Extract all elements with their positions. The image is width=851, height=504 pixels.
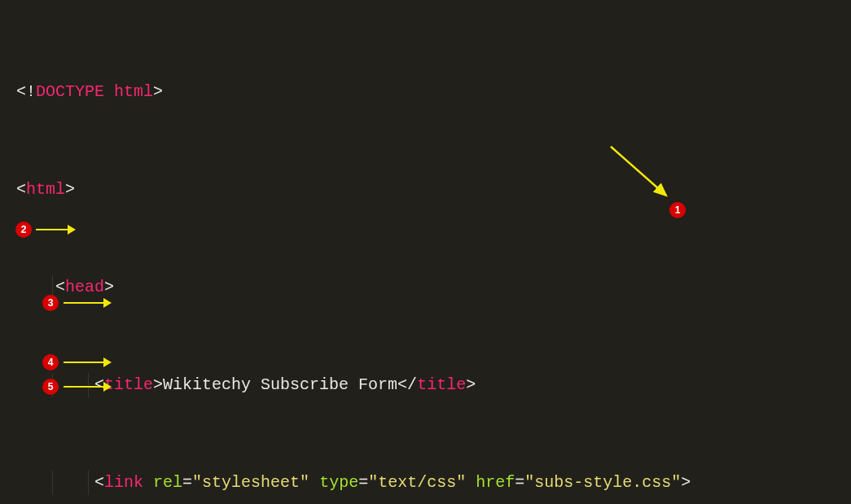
arrow-annotation (64, 362, 104, 363)
arrow-annotation (36, 229, 68, 230)
code-line: <!DOCTYPE html> (16, 80, 851, 104)
annotation-badge-1: 1 (669, 202, 686, 218)
arrow-annotation (603, 147, 680, 208)
annotation-badge-4: 4 (42, 354, 59, 370)
code-line: <html> (16, 177, 851, 202)
annotation-badge-2: 2 (15, 221, 32, 238)
annotation-badge-5: 5 (42, 379, 59, 395)
code-line: <link rel="stylesheet" type="text/css" h… (16, 471, 851, 495)
code-line: <title>Wikitechy Subscribe Form</title> (16, 373, 851, 397)
annotation-badge-3: 3 (42, 295, 59, 311)
code-line: <head> (16, 275, 851, 300)
arrow-annotation (64, 386, 104, 388)
code-block: <!DOCTYPE html> <html> <head> <title>Wik… (0, 0, 851, 504)
svg-line-0 (611, 147, 666, 195)
arrow-annotation (64, 302, 104, 304)
